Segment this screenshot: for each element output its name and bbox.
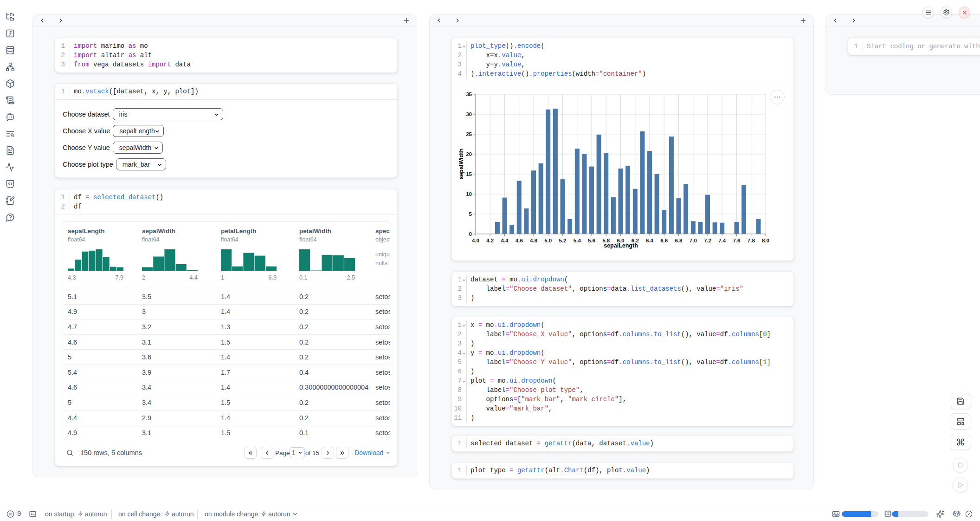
svg-text:4.8: 4.8 <box>530 238 538 243</box>
svg-text:4.6: 4.6 <box>516 238 523 243</box>
svg-text:0: 0 <box>469 231 472 237</box>
svg-text:sepalWidth: sepalWidth <box>458 149 464 180</box>
svg-text:25: 25 <box>466 131 472 137</box>
svg-text:7.2: 7.2 <box>704 238 711 243</box>
svg-text:5.0: 5.0 <box>544 238 552 243</box>
svg-text:6.8: 6.8 <box>675 238 683 243</box>
svg-text:15: 15 <box>466 171 472 177</box>
svg-text:4.2: 4.2 <box>486 238 494 243</box>
svg-text:8.0: 8.0 <box>762 238 769 243</box>
svg-text:7.4: 7.4 <box>718 238 726 243</box>
svg-text:20: 20 <box>466 151 472 157</box>
svg-text:5.2: 5.2 <box>559 238 567 243</box>
svg-text:sepalLength: sepalLength <box>604 242 638 249</box>
svg-text:35: 35 <box>466 91 472 97</box>
svg-text:4.4: 4.4 <box>501 238 509 243</box>
svg-text:30: 30 <box>466 111 472 117</box>
svg-text:5.4: 5.4 <box>574 238 581 243</box>
svg-text:5.6: 5.6 <box>588 238 595 243</box>
svg-text:7.8: 7.8 <box>748 238 755 243</box>
svg-text:6.4: 6.4 <box>646 238 654 243</box>
svg-text:4.0: 4.0 <box>472 238 479 243</box>
svg-text:7.6: 7.6 <box>733 238 741 243</box>
svg-text:5: 5 <box>469 211 472 217</box>
svg-text:10: 10 <box>466 191 472 197</box>
svg-text:7.0: 7.0 <box>690 238 697 243</box>
svg-text:6.6: 6.6 <box>660 238 668 243</box>
